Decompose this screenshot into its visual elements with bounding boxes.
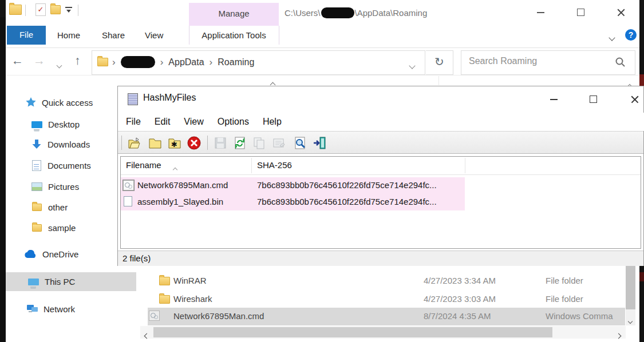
explorer-minimize-button[interactable] — [537, 12, 544, 13]
exit-icon[interactable] — [313, 136, 327, 150]
menu-file[interactable]: File — [126, 117, 141, 127]
open-files-icon[interactable] — [127, 136, 142, 150]
refresh-button[interactable]: ↻ — [426, 50, 453, 75]
tab-home[interactable]: Home — [57, 30, 80, 40]
column-header-sha256[interactable]: SHA-256 — [257, 160, 292, 170]
sidebar-item-label: OneDrive — [42, 249, 78, 259]
sort-ascending-icon — [173, 164, 177, 174]
explorer-maximize-button[interactable] — [577, 9, 584, 16]
up-icon[interactable]: ↑ — [74, 54, 81, 67]
qat-folder-icon[interactable] — [9, 5, 22, 15]
menu-view[interactable]: View — [184, 117, 203, 127]
vertical-scrollbar-thumb[interactable] — [626, 266, 635, 309]
qat-customize-icon[interactable] — [65, 7, 72, 13]
documents-icon — [32, 160, 41, 171]
manage-contextual-tab[interactable]: Manage — [189, 3, 279, 26]
hash-list: Filename SHA-256 Network67895Man.cmd 7b6… — [120, 156, 641, 249]
hashmyfiles-maximize-button[interactable] — [590, 96, 597, 103]
bin-file-icon — [124, 196, 132, 206]
tab-file[interactable]: File — [7, 26, 46, 45]
scroll-left-icon[interactable] — [145, 330, 149, 340]
explorer-close-button[interactable] — [617, 8, 625, 16]
sidebar-item-label: Desktop — [48, 120, 80, 129]
tab-application-tools[interactable]: Application Tools — [189, 30, 279, 40]
back-icon[interactable]: ← — [11, 54, 23, 67]
sidebar-item-documents[interactable]: Documents — [32, 160, 91, 171]
crumb-sep-icon: › — [112, 57, 116, 68]
file-row-network-cmd[interactable]: Network67895Man.cmd 8/7/2024 4:35 AM Win… — [140, 308, 626, 325]
desktop-screenshot: { "explorer": { "titlebar": { "title_pre… — [0, 0, 644, 342]
file-date: 8/7/2024 4:35 AM — [424, 311, 491, 321]
tab-view[interactable]: View — [145, 30, 163, 40]
stop-icon[interactable] — [187, 136, 202, 150]
sidebar-item-onedrive[interactable]: OneDrive — [24, 249, 78, 259]
hashmyfiles-close-button[interactable] — [631, 95, 639, 103]
sidebar-item-network[interactable]: Network — [26, 304, 75, 314]
properties-icon[interactable] — [271, 136, 286, 150]
file-type: File folder — [546, 294, 583, 304]
menu-edit[interactable]: Edit — [155, 117, 171, 127]
recent-locations-icon[interactable] — [57, 59, 61, 70]
toolbar-grip — [121, 136, 122, 150]
find-icon[interactable] — [293, 136, 307, 150]
scroll-right-icon[interactable] — [617, 330, 621, 340]
title-redaction — [321, 7, 354, 18]
folder-icon — [159, 295, 170, 304]
horizontal-scrollbar-thumb[interactable] — [153, 327, 552, 337]
hash-row[interactable]: assembly1_Slayed.bin 7b6c893bb0b76c45610… — [121, 194, 465, 210]
breadcrumb-roaming[interactable]: Roaming — [218, 57, 254, 67]
desktop-red-artifact-2 — [639, 272, 644, 281]
menu-help[interactable]: Help — [263, 117, 282, 127]
sidebar-item-pictures[interactable]: Pictures — [31, 182, 79, 192]
sidebar-item-sample[interactable]: sample — [32, 223, 76, 233]
copy-icon[interactable] — [252, 136, 267, 150]
hash-row-sha256: 7b6c893bb0b76c45610f226fd75ce714e294fc..… — [257, 180, 437, 190]
menu-options[interactable]: Options — [218, 117, 249, 127]
sidebar-item-other[interactable]: other — [32, 202, 68, 212]
sidebar-item-label: Documents — [48, 161, 91, 170]
hashmyfiles-app-icon — [128, 93, 138, 105]
save-icon[interactable] — [213, 136, 228, 150]
qat-properties-icon[interactable]: ✓ — [35, 3, 46, 16]
hashmyfiles-menubar: File Edit View Options Help — [118, 113, 644, 131]
hashmyfiles-minimize-button[interactable] — [550, 99, 558, 100]
search-icon[interactable] — [615, 57, 626, 67]
breadcrumb-user-redaction[interactable] — [121, 56, 155, 68]
toolbar-separator — [207, 136, 208, 150]
file-row-winrar[interactable]: WinRAR 4/27/2023 3:34 AM File folder — [140, 272, 626, 290]
qat-newfolder-icon[interactable] — [50, 5, 61, 14]
sidebar-item-quick-access[interactable]: Quick access — [25, 97, 93, 108]
add-wildcard-icon[interactable]: ✱ — [167, 136, 182, 150]
hashmyfiles-titlebar[interactable]: HashMyFiles — [118, 86, 643, 113]
file-date: 4/27/2023 3:03 AM — [424, 294, 496, 304]
scroll-down-icon[interactable] — [629, 315, 632, 325]
hash-row-filename: Network67895Man.cmd — [137, 180, 228, 190]
file-row-wireshark[interactable]: Wireshark 4/27/2023 3:03 AM File folder — [140, 291, 626, 308]
forward-icon[interactable]: → — [33, 54, 45, 67]
cmd-file-icon — [123, 180, 134, 190]
sidebar-item-this-pc[interactable]: This PC — [28, 277, 75, 287]
contextual-group-border-right — [279, 26, 279, 45]
network-icon — [26, 304, 38, 314]
folder-icon — [32, 204, 42, 211]
sidebar-item-desktop[interactable]: Desktop — [31, 120, 80, 129]
vertical-scrollbar[interactable] — [626, 266, 635, 325]
horizontal-scrollbar[interactable] — [140, 326, 626, 339]
status-text: 2 file(s) — [123, 253, 151, 263]
search-input[interactable]: Search Roaming — [469, 56, 537, 66]
hash-list-header: Filename SHA-256 — [121, 157, 641, 175]
refresh-icon[interactable] — [232, 136, 247, 150]
help-icon[interactable]: ? — [625, 29, 637, 41]
sidebar-item-downloads[interactable]: Downloads — [31, 139, 90, 150]
breadcrumb-appdata[interactable]: AppData — [168, 57, 204, 67]
search-box[interactable]: Search Roaming — [461, 50, 635, 75]
file-name: Network67895Man.cmd — [173, 311, 264, 321]
ribbon-expand-icon[interactable] — [610, 32, 614, 42]
column-separator[interactable] — [465, 158, 465, 173]
column-separator[interactable] — [251, 158, 252, 173]
add-folder-icon[interactable] — [148, 136, 163, 150]
tab-share[interactable]: Share — [102, 30, 125, 40]
hash-row[interactable]: Network67895Man.cmd 7b6c893bb0b76c45610f… — [121, 177, 465, 194]
address-dropdown-icon[interactable] — [410, 60, 414, 70]
column-header-filename[interactable]: Filename — [126, 160, 161, 170]
